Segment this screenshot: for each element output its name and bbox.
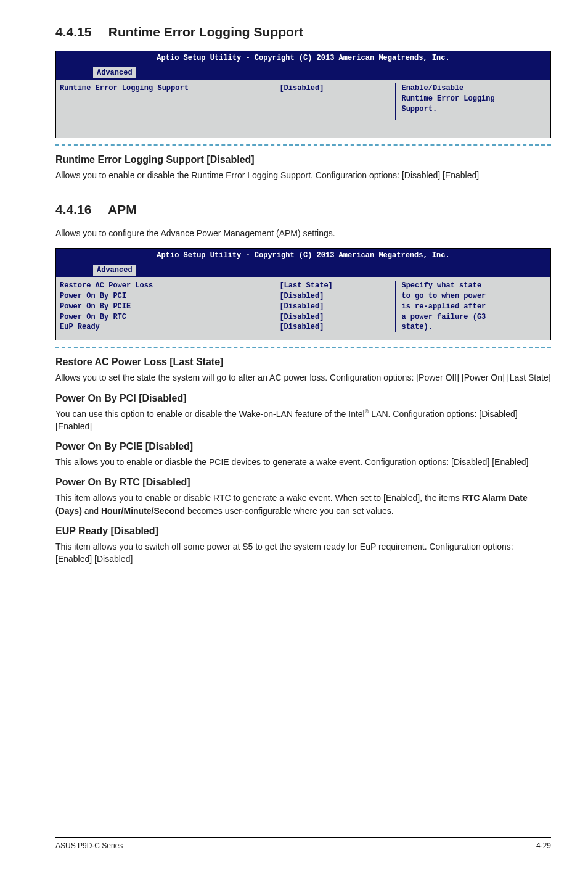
section-heading-1: 4.4.15 Runtime Error Logging Support bbox=[55, 25, 551, 39]
bios2-l2: Power On By PCIE bbox=[60, 302, 279, 312]
bios2-m1: [Disabled] bbox=[279, 291, 396, 302]
bios1-left: Runtime Error Logging Support bbox=[60, 83, 279, 94]
bios-body-1: Runtime Error Logging Support [Disabled]… bbox=[56, 78, 550, 138]
bios1-help3: Support. bbox=[401, 104, 548, 115]
bios2-l1: Power On By PCI bbox=[60, 291, 279, 302]
dashed-separator-2 bbox=[55, 347, 551, 348]
bios-tab-2: Advanced bbox=[93, 265, 136, 276]
setting2-body: Allows you to set the state the system w… bbox=[55, 371, 551, 384]
section-num-2: 4.4.16 bbox=[55, 202, 105, 217]
section-heading-2: 4.4.16 APM bbox=[55, 202, 551, 217]
section-title-2: APM bbox=[108, 202, 137, 217]
setting5-head: Power On By RTC [Disabled] bbox=[55, 477, 551, 488]
setting6-head: EUP Ready [Disabled] bbox=[55, 526, 551, 537]
bios2-l4: EuP Ready bbox=[60, 322, 279, 332]
footer-right: 4-29 bbox=[536, 841, 551, 850]
bios-tab-row-2: Advanced bbox=[56, 262, 550, 276]
setting5-body-b: and bbox=[82, 506, 101, 516]
bios-tab-row-1: Advanced bbox=[56, 65, 550, 78]
bios1-help2: Runtime Error Logging bbox=[401, 94, 548, 104]
bios-header-text-1: Aptio Setup Utility - Copyright (C) 2013… bbox=[100, 54, 507, 62]
bios2-l0: Restore AC Power Loss bbox=[60, 281, 279, 291]
setting5-body-c: becomes user-configurable where you can … bbox=[185, 506, 394, 516]
bios2-m4: [Disabled] bbox=[279, 322, 396, 332]
bios2-m3: [Disabled] bbox=[279, 312, 396, 323]
bios2-help3: is re-applied after bbox=[401, 302, 548, 312]
setting4-body: This allows you to enable or diasble the… bbox=[55, 456, 551, 468]
setting1-head: Runtime Error Logging Support [Disabled] bbox=[55, 154, 551, 165]
bios2-m0: [Last State] bbox=[279, 281, 396, 291]
bios2-m2: [Disabled] bbox=[279, 302, 396, 312]
bios-body-2: Restore AC Power Loss Power On By PCI Po… bbox=[56, 276, 550, 340]
bios2-help5: state). bbox=[401, 322, 548, 332]
bios-header-2: Aptio Setup Utility - Copyright (C) 2013… bbox=[56, 249, 550, 262]
bios-tab-1: Advanced bbox=[93, 67, 136, 78]
setting1-body: Allows you to enable or disable the Runt… bbox=[55, 169, 551, 181]
bios2-help4: a power failure (G3 bbox=[401, 312, 548, 323]
dashed-separator-1 bbox=[55, 144, 551, 146]
page-footer: ASUS P9D-C Series 4-29 bbox=[55, 837, 551, 850]
setting2-head: Restore AC Power Loss [Last State] bbox=[55, 357, 551, 368]
bios2-help2: to go to when power bbox=[401, 291, 548, 302]
bios-header-text-2: Aptio Setup Utility - Copyright (C) 2013… bbox=[100, 251, 507, 260]
bios1-help1: Enable/Disable bbox=[401, 83, 548, 94]
bios-header-1: Aptio Setup Utility - Copyright (C) 2013… bbox=[56, 51, 550, 65]
setting6-body: This item allows you to switch off some … bbox=[55, 540, 551, 566]
setting5-body: This item allows you to enable or disabl… bbox=[55, 492, 551, 517]
setting5-bold2: Hour/Minute/Second bbox=[101, 506, 185, 516]
bios1-mid: [Disabled] bbox=[279, 83, 396, 94]
setting3-head: Power On By PCI [Disabled] bbox=[55, 393, 551, 404]
setting5-body-a: This item allows you to enable or disabl… bbox=[55, 493, 462, 503]
section2-intro: Allows you to configure the Advance Powe… bbox=[55, 228, 551, 238]
section-title-1: Runtime Error Logging Support bbox=[108, 25, 303, 39]
bios2-l3: Power On By RTC bbox=[60, 312, 279, 323]
setting4-head: Power On By PCIE [Disabled] bbox=[55, 441, 551, 452]
bios-box-1: Aptio Setup Utility - Copyright (C) 2013… bbox=[55, 51, 551, 138]
bios2-help1: Specify what state bbox=[401, 281, 548, 291]
setting3-body-a: You can use this option to enable or dis… bbox=[55, 409, 365, 419]
bios-box-2: Aptio Setup Utility - Copyright (C) 2013… bbox=[55, 248, 551, 340]
section-num-1: 4.4.15 bbox=[55, 25, 105, 39]
footer-left: ASUS P9D-C Series bbox=[55, 841, 123, 850]
setting3-body: You can use this option to enable or dis… bbox=[55, 408, 551, 433]
